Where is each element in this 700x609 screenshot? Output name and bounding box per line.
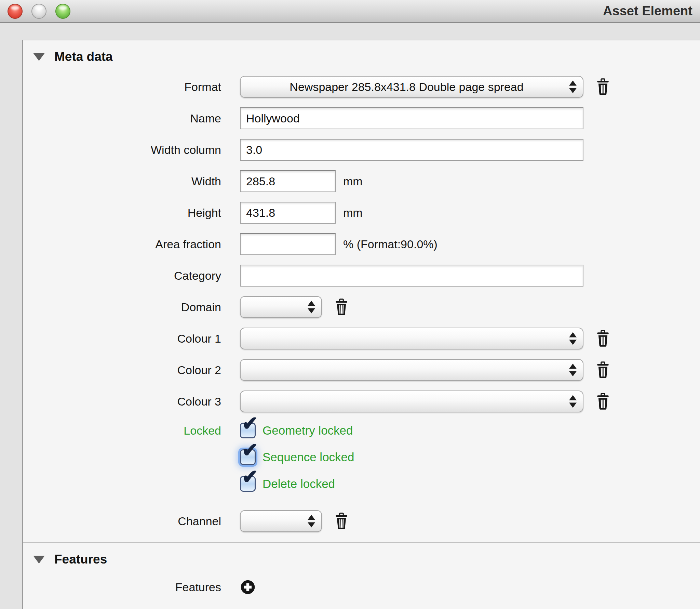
delete-locked-item: ✔ Delete locked bbox=[240, 475, 354, 492]
trash-icon[interactable] bbox=[596, 330, 610, 347]
height-unit: mm bbox=[343, 206, 363, 220]
asset-element-panel: Meta data Format Newspaper 285.8x431.8 D… bbox=[22, 40, 700, 609]
section-title: Features bbox=[54, 552, 107, 567]
domain-dropdown[interactable] bbox=[240, 296, 322, 318]
height-input[interactable] bbox=[240, 202, 336, 224]
name-label: Name bbox=[23, 112, 240, 125]
locked-label: Locked bbox=[23, 422, 240, 437]
delete-locked-checkbox[interactable]: ✔ bbox=[240, 476, 256, 492]
trash-icon[interactable] bbox=[334, 299, 349, 316]
colour3-dropdown[interactable] bbox=[240, 390, 583, 412]
width-input[interactable] bbox=[240, 170, 336, 192]
geometry-locked-label: Geometry locked bbox=[262, 424, 353, 437]
features-row: Features bbox=[23, 579, 700, 596]
stepper-arrows-icon bbox=[308, 301, 315, 314]
stepper-arrows-icon bbox=[569, 81, 577, 93]
colour1-dropdown[interactable] bbox=[240, 328, 583, 349]
name-input[interactable] bbox=[240, 107, 583, 129]
width-column-row: Width column bbox=[23, 139, 700, 161]
height-row: Height mm bbox=[23, 202, 700, 224]
channel-dropdown[interactable] bbox=[240, 510, 322, 532]
add-feature-button[interactable] bbox=[240, 579, 256, 595]
colour1-label: Colour 1 bbox=[23, 332, 240, 345]
disclosure-triangle-icon[interactable] bbox=[33, 556, 45, 564]
width-row: Width mm bbox=[23, 170, 700, 192]
window-titlebar: Asset Element bbox=[0, 0, 700, 23]
category-label: Category bbox=[23, 269, 240, 282]
format-row: Format Newspaper 285.8x431.8 Double page… bbox=[23, 76, 700, 98]
sequence-locked-checkbox[interactable]: ✔ bbox=[240, 449, 256, 465]
stepper-arrows-icon bbox=[569, 364, 577, 376]
name-row: Name bbox=[23, 107, 700, 129]
stepper-arrows-icon bbox=[569, 332, 577, 345]
width-label: Width bbox=[23, 175, 240, 188]
features-label: Features bbox=[23, 581, 240, 594]
section-title: Meta data bbox=[54, 50, 113, 64]
trash-icon[interactable] bbox=[334, 513, 349, 530]
area-fraction-row: Area fraction % (Format:90.0%) bbox=[23, 233, 700, 255]
trash-icon[interactable] bbox=[596, 78, 610, 95]
width-column-input[interactable] bbox=[240, 139, 583, 161]
colour2-dropdown[interactable] bbox=[240, 359, 583, 381]
area-fraction-suffix: % (Format:90.0%) bbox=[343, 238, 438, 251]
area-fraction-input[interactable] bbox=[240, 233, 336, 255]
category-row: Category bbox=[23, 265, 700, 287]
geometry-locked-item: ✔ Geometry locked bbox=[240, 422, 354, 439]
locked-row: Locked ✔ Geometry locked ✔ Sequence lock… bbox=[23, 422, 700, 502]
category-input[interactable] bbox=[240, 265, 583, 287]
colour1-row: Colour 1 bbox=[23, 328, 700, 349]
colour3-label: Colour 3 bbox=[23, 395, 240, 408]
zoom-button[interactable] bbox=[55, 4, 70, 19]
features-section-header[interactable]: Features bbox=[33, 553, 700, 566]
locked-checkbox-group: ✔ Geometry locked ✔ Sequence locked ✔ De… bbox=[240, 422, 354, 502]
colour2-label: Colour 2 bbox=[23, 363, 240, 377]
sequence-locked-item: ✔ Sequence locked bbox=[240, 449, 354, 466]
checkmark-icon: ✔ bbox=[242, 467, 258, 487]
format-label: Format bbox=[23, 80, 240, 94]
sequence-locked-label: Sequence locked bbox=[262, 450, 354, 464]
stepper-arrows-icon bbox=[569, 395, 577, 408]
area-fraction-label: Area fraction bbox=[23, 238, 240, 251]
colour3-row: Colour 3 bbox=[23, 390, 700, 412]
minimize-button[interactable] bbox=[31, 4, 46, 19]
format-value: Newspaper 285.8x431.8 Double page spread bbox=[241, 80, 583, 94]
format-dropdown[interactable]: Newspaper 285.8x431.8 Double page spread bbox=[240, 76, 583, 98]
trash-icon[interactable] bbox=[596, 393, 610, 410]
geometry-locked-checkbox[interactable]: ✔ bbox=[240, 423, 256, 438]
checkmark-icon: ✔ bbox=[242, 440, 258, 460]
disclosure-triangle-icon[interactable] bbox=[33, 53, 45, 61]
section-divider bbox=[23, 542, 700, 543]
width-unit: mm bbox=[343, 175, 363, 188]
delete-locked-label: Delete locked bbox=[262, 477, 335, 491]
checkmark-icon: ✔ bbox=[242, 413, 258, 433]
channel-row: Channel bbox=[23, 510, 700, 532]
width-column-label: Width column bbox=[23, 143, 240, 157]
window-title: Asset Element bbox=[603, 0, 692, 22]
height-label: Height bbox=[23, 206, 240, 220]
channel-label: Channel bbox=[23, 515, 240, 528]
close-button[interactable] bbox=[8, 4, 23, 19]
plus-circle-icon bbox=[240, 579, 256, 595]
stepper-arrows-icon bbox=[308, 515, 315, 528]
meta-data-section-header[interactable]: Meta data bbox=[33, 50, 700, 64]
colour2-row: Colour 2 bbox=[23, 359, 700, 381]
domain-row: Domain bbox=[23, 296, 700, 318]
trash-icon[interactable] bbox=[596, 361, 610, 379]
domain-label: Domain bbox=[23, 301, 240, 314]
